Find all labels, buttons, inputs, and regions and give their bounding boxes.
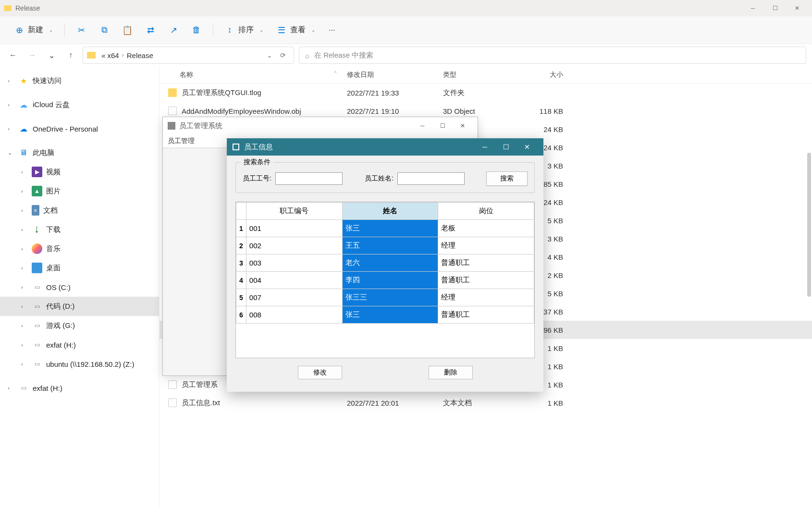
col-date[interactable]: 修改日期 [347, 71, 443, 79]
table-row[interactable]: 1001张三老板 [236, 220, 534, 237]
sidebar-item-drive-z[interactable]: ›▭ubuntu (\\192.168.50.2) (Z:) [0, 354, 159, 374]
window-title: Release [15, 4, 742, 12]
file-icon [168, 88, 177, 97]
drive-icon: ▭ [32, 301, 42, 312]
cut-icon: ✂ [76, 25, 86, 35]
app-icon [168, 122, 175, 130]
sidebar-item-documents[interactable]: ›≡文档 [0, 201, 159, 220]
forward-button[interactable]: → [25, 48, 39, 62]
share-button[interactable]: ↗ [164, 23, 183, 38]
delete-button[interactable]: 删除 [429, 366, 473, 379]
sidebar-item-drive-h[interactable]: ›▭exfat (H:) [0, 335, 159, 354]
sort-button[interactable]: ↕ 排序 ⌄ [220, 22, 268, 38]
view-button[interactable]: ☰ 查看 ⌄ [272, 22, 320, 38]
up-button[interactable]: ↑ [63, 48, 78, 62]
table-row[interactable]: 2002王五经理 [236, 237, 534, 254]
col-size[interactable]: 大小 [520, 71, 573, 79]
employee-name-input[interactable] [397, 172, 465, 185]
sidebar-item-music[interactable]: ›音乐 [0, 239, 159, 258]
sidebar-item-pictures[interactable]: ›▲图片 [0, 181, 159, 201]
file-header: 名称⌃ 修改日期 类型 大小 [160, 66, 812, 84]
table-row[interactable]: 3003老六普通职工 [236, 254, 534, 272]
breadcrumb[interactable]: « x64 [99, 51, 121, 60]
dialog-employee-info: 员工信息 ─ ☐ ✕ 搜索条件 员工工号: 员工姓名: 搜索 职工编号 [227, 138, 543, 392]
rename-button[interactable]: ⇄ [141, 23, 160, 38]
delete-button[interactable]: 🗑 [187, 23, 206, 38]
employee-id-input[interactable] [275, 172, 343, 185]
sidebar-item-icloud[interactable]: ›☁iCloud 云盘 [0, 95, 159, 114]
toolbar: ⊕ 新建 ⌄ ✂ ⧉ 📋 ⇄ ↗ 🗑 ↕ 排序 ⌄ ☰ 查看 ⌄ ··· [0, 16, 812, 44]
col-employee-name[interactable]: 姓名 [342, 203, 438, 220]
download-icon: ⭣ [32, 224, 42, 235]
refresh-icon[interactable]: ⟳ [276, 51, 290, 59]
scrollbar[interactable] [807, 153, 811, 297]
table-row[interactable]: 6008张三普通职工 [236, 306, 534, 324]
search-group: 搜索条件 员工工号: 员工姓名: 搜索 [235, 162, 535, 193]
minimize-button[interactable]: ─ [474, 138, 495, 156]
col-employee-post[interactable]: 岗位 [438, 203, 534, 220]
cut-button[interactable]: ✂ [72, 23, 91, 38]
sidebar-item-exfat[interactable]: ›▭exfat (H:) [0, 378, 159, 398]
picture-icon: ▲ [32, 186, 42, 196]
chevron-right-icon: › [121, 52, 125, 59]
file-icon [168, 398, 177, 407]
sidebar: ›★快速访问 ›☁iCloud 云盘 ›☁OneDrive - Personal… [0, 66, 160, 507]
table-row[interactable]: 4004李四普通职工 [236, 272, 534, 289]
pc-icon: 🖥 [18, 147, 29, 158]
chevron-down-icon: ⌄ [259, 27, 263, 33]
drive-icon: ▭ [32, 339, 42, 350]
recent-button[interactable]: ⌄ [44, 48, 59, 62]
back-button[interactable]: ← [6, 48, 20, 62]
col-type[interactable]: 类型 [443, 71, 520, 79]
chevron-down-icon: ⌄ [311, 27, 315, 33]
copy-button[interactable]: ⧉ [95, 23, 114, 38]
minimize-button[interactable]: ─ [742, 0, 764, 16]
breadcrumb[interactable]: Release [125, 51, 155, 60]
drive-icon: ▭ [18, 383, 29, 393]
sidebar-item-drive-g[interactable]: ›▭游戏 (G:) [0, 316, 159, 335]
onedrive-icon: ☁ [18, 123, 29, 134]
sidebar-item-video[interactable]: ›▶视频 [0, 162, 159, 181]
corner-cell [236, 203, 246, 220]
dropdown-icon[interactable]: ⌄ [263, 51, 276, 59]
paste-button[interactable]: 📋 [118, 23, 137, 38]
dialog2-titlebar: 员工信息 ─ ☐ ✕ [227, 138, 543, 156]
search-input[interactable]: ⌕ 在 Release 中搜索 [299, 47, 806, 64]
search-button[interactable]: 搜索 [486, 171, 528, 186]
file-row[interactable]: 员工管理系统QTGUI.tlog2022/7/21 19:33文件夹 [160, 84, 812, 102]
maximize-button[interactable]: ☐ [432, 119, 453, 133]
more-button[interactable]: ··· [324, 23, 340, 37]
maximize-button[interactable]: ☐ [764, 0, 786, 16]
sidebar-item-drive-c[interactable]: ›▭OS (C:) [0, 278, 159, 297]
employee-id-label: 员工工号: [243, 174, 271, 183]
close-button[interactable]: ✕ [453, 119, 473, 133]
table-row[interactable]: 5007张三三经理 [236, 289, 534, 306]
maximize-button[interactable]: ☐ [495, 138, 517, 156]
sidebar-item-desktop[interactable]: ›桌面 [0, 258, 159, 278]
col-name[interactable]: 名称⌃ [160, 71, 347, 79]
sidebar-item-quick[interactable]: ›★快速访问 [0, 71, 159, 90]
address-bar[interactable]: « x64 › Release ⌄ ⟳ [83, 47, 294, 64]
sidebar-item-downloads[interactable]: ›⭣下载 [0, 220, 159, 239]
new-button[interactable]: ⊕ 新建 ⌄ [10, 22, 58, 38]
sidebar-item-drive-d[interactable]: ›▭代码 (D:) [0, 297, 159, 316]
star-icon: ★ [18, 75, 29, 86]
minimize-button[interactable]: ─ [412, 119, 432, 133]
sidebar-item-thispc[interactable]: ⌄🖥此电脑 [0, 143, 159, 162]
employee-table[interactable]: 职工编号 姓名 岗位 1001张三老板2002王五经理3003老六普通职工400… [235, 202, 535, 358]
share-icon: ↗ [169, 25, 178, 35]
file-row[interactable]: 员工信息.txt2022/7/21 20:01文本文档1 KB [160, 394, 812, 412]
cloud-icon: ☁ [18, 99, 29, 110]
close-button[interactable]: ✕ [517, 138, 538, 156]
more-icon: ··· [329, 26, 335, 35]
trash-icon: 🗑 [192, 25, 201, 35]
close-button[interactable]: ✕ [786, 0, 808, 16]
dialog1-titlebar: 员工管理系统 ─ ☐ ✕ [163, 117, 478, 134]
file-icon [168, 380, 177, 389]
sort-asc-icon: ⌃ [333, 71, 337, 76]
col-employee-id[interactable]: 职工编号 [246, 203, 342, 220]
modify-button[interactable]: 修改 [298, 366, 342, 379]
sidebar-item-onedrive[interactable]: ›☁OneDrive - Personal [0, 119, 159, 138]
drive-icon: ▭ [32, 359, 42, 369]
app-icon [233, 144, 239, 150]
